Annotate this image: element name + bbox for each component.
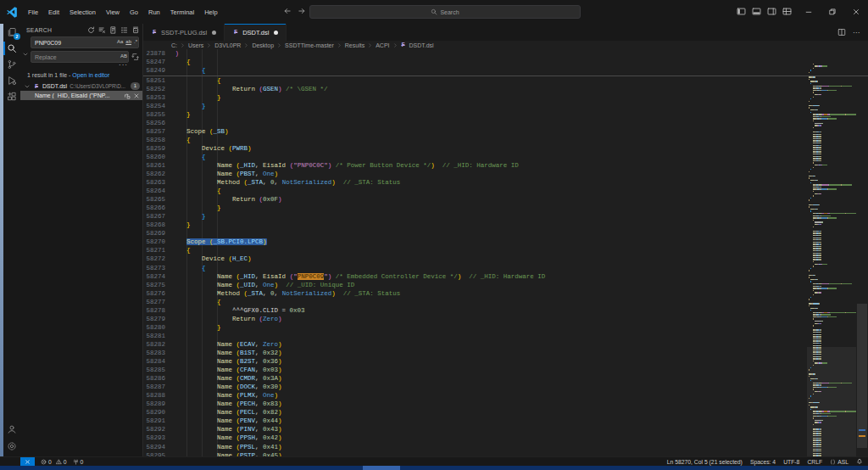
minimap[interactable] xyxy=(807,63,856,457)
indentation-status[interactable]: Spaces: 4 xyxy=(750,459,776,465)
activity-run-debug[interactable] xyxy=(3,76,20,86)
code-text[interactable]: Name (PLMX, One) xyxy=(165,391,278,400)
scrollbar-thumb[interactable] xyxy=(857,304,867,448)
menu-go[interactable]: Go xyxy=(125,8,143,16)
cursor-position[interactable]: Ln 58270, Col 5 (21 selected) xyxy=(667,459,743,465)
breadcrumb-item[interactable]: DSDT.dsl xyxy=(409,42,435,48)
code-text[interactable]: Device (PWRB) xyxy=(165,144,252,153)
code-text[interactable]: } xyxy=(165,93,221,102)
breadcrumb-item[interactable]: ACPI xyxy=(375,42,390,48)
breadcrumb-item[interactable]: D3VL0PR xyxy=(214,42,242,48)
problems-status[interactable]: 0 0 xyxy=(41,459,67,465)
remote-indicator[interactable] xyxy=(20,457,35,466)
code-text[interactable]: Name (PBST, One) xyxy=(165,170,278,178)
dirty-indicator-icon[interactable] xyxy=(274,31,278,35)
code-text[interactable]: Name (PECH, 0x83) xyxy=(165,400,282,408)
menu-help[interactable]: Help xyxy=(199,8,222,16)
activity-source-control[interactable] xyxy=(3,59,20,70)
menu-run[interactable]: Run xyxy=(143,8,165,16)
code-text[interactable]: { xyxy=(165,58,191,66)
split-editor-icon[interactable] xyxy=(837,28,846,36)
menu-view[interactable]: View xyxy=(101,8,125,16)
match-case-icon[interactable]: Aa xyxy=(117,39,123,44)
code-text[interactable]: Name (CMDR, 0x3A) xyxy=(165,374,282,383)
expand-chevron-icon[interactable] xyxy=(24,83,31,90)
code-text[interactable]: Method (_STA, 0, NotSerialized) // _STA:… xyxy=(165,289,400,298)
code-text[interactable]: } xyxy=(165,212,206,221)
code-text[interactable]: Name (PECL, 0x82) xyxy=(165,408,282,417)
code-text[interactable]: { xyxy=(165,66,206,75)
code-text[interactable]: { xyxy=(165,246,191,255)
activity-settings[interactable] xyxy=(3,441,20,451)
close-button[interactable] xyxy=(844,0,868,23)
code-text[interactable]: { xyxy=(165,153,206,161)
whole-word-icon[interactable]: ab xyxy=(125,39,131,44)
menu-file[interactable]: File xyxy=(23,8,43,16)
code-text[interactable]: { xyxy=(165,187,221,195)
code-text[interactable]: Name (_UID, One) // _UID: Unique ID xyxy=(165,281,354,289)
activity-extensions[interactable] xyxy=(3,92,20,102)
code-text[interactable]: Name (PINV, 0x43) xyxy=(165,425,282,434)
back-icon[interactable] xyxy=(283,7,292,15)
code-text[interactable]: Method (_STA, 0, NotSerialized) // _STA:… xyxy=(165,178,400,187)
code-text[interactable]: Name (PPSH, 0x42) xyxy=(165,434,282,442)
menu-edit[interactable]: Edit xyxy=(43,8,64,16)
command-center-search[interactable]: Search xyxy=(309,5,581,19)
breadcrumb-item[interactable]: Users xyxy=(187,42,204,48)
code-text[interactable]: } xyxy=(165,221,191,229)
code-text[interactable] xyxy=(165,332,171,340)
code-text[interactable]: } xyxy=(165,323,221,332)
code-text[interactable]: { xyxy=(165,264,206,272)
breadcrumb-item[interactable]: Results xyxy=(344,42,365,48)
menu-selection[interactable]: Selection xyxy=(64,8,101,16)
activity-search[interactable] xyxy=(3,43,20,53)
new-search-editor-icon[interactable] xyxy=(109,26,117,34)
result-match-row[interactable]: Name (_HID, EisaId ("PNP... xyxy=(20,91,142,100)
code-text[interactable]: } xyxy=(165,102,206,110)
regex-icon[interactable]: .* xyxy=(134,39,137,44)
code-text[interactable]: Name (PENV, 0x44) xyxy=(165,417,282,425)
menu-terminal[interactable]: Terminal xyxy=(165,8,199,16)
code-text[interactable]: ) xyxy=(165,49,179,58)
code-text[interactable]: Return (Zero) xyxy=(165,315,282,323)
code-text[interactable]: Name (B2ST, 0x36) xyxy=(165,357,282,366)
code-text[interactable] xyxy=(165,229,171,238)
toggle-replace-icon[interactable] xyxy=(22,51,29,58)
code-text[interactable]: Name (_HID, EisaId ("PNP0C0C") /* Power … xyxy=(165,161,519,170)
scrollbar[interactable] xyxy=(856,49,868,457)
code-text[interactable]: Name (DOCK, 0x30) xyxy=(165,383,282,391)
result-file-row[interactable]: F DSDT.dsl C:\Users\D3VL0PR\D... 1 xyxy=(20,81,142,91)
encoding-status[interactable]: UTF-8 xyxy=(783,459,799,465)
tab-ssdt-plug.dsl[interactable]: FSSDT-PLUG.dsl xyxy=(143,24,225,41)
code-text[interactable]: ^^^GFX0.CLID = 0x03 xyxy=(165,306,305,315)
dismiss-match-icon[interactable] xyxy=(133,92,140,99)
activity-explorer[interactable]: 2 xyxy=(3,27,20,37)
language-status[interactable]: ASL xyxy=(830,459,849,465)
minimize-button[interactable] xyxy=(797,0,821,23)
breadcrumb-item[interactable]: SSDTTime-master xyxy=(284,42,335,48)
code-text[interactable]: Device (H_EC) xyxy=(165,255,252,263)
breadcrumb-item[interactable]: C: xyxy=(170,42,178,48)
code-text[interactable]: Scope (_SB.PCI0.LPCB) xyxy=(165,238,267,246)
code-text[interactable]: Name (CFAN, 0x03) xyxy=(165,366,282,374)
code-text[interactable] xyxy=(165,119,171,127)
open-in-editor-link[interactable]: Open in editor xyxy=(72,72,109,78)
forward-icon[interactable] xyxy=(298,7,306,15)
dirty-indicator-icon[interactable] xyxy=(212,31,216,35)
code-text[interactable]: { xyxy=(165,76,221,85)
code-text[interactable]: Return (0x0F) xyxy=(165,195,282,204)
replace-match-icon[interactable] xyxy=(124,92,131,99)
code-text[interactable]: { xyxy=(165,136,191,144)
code-text[interactable]: Return (GSEN) /* \GSEN */ xyxy=(165,85,328,93)
eol-status[interactable]: CRLF xyxy=(807,459,822,465)
toggle-secondary-sidebar-icon[interactable] xyxy=(767,7,776,16)
tab-dsdt.dsl[interactable]: FDSDT.dsl xyxy=(225,24,287,41)
notifications-bell-icon[interactable] xyxy=(856,458,863,465)
editor-more-actions[interactable]: ⋯ xyxy=(853,29,860,36)
restore-button[interactable] xyxy=(821,0,844,23)
code-text[interactable]: Scope (_SB) xyxy=(165,127,229,136)
toggle-sidebar-icon[interactable] xyxy=(737,7,746,16)
clear-results-icon[interactable] xyxy=(98,26,106,34)
code-text[interactable]: Name (ECAV, Zero) xyxy=(165,340,282,349)
breadcrumb-item[interactable]: Desktop xyxy=(251,42,275,48)
